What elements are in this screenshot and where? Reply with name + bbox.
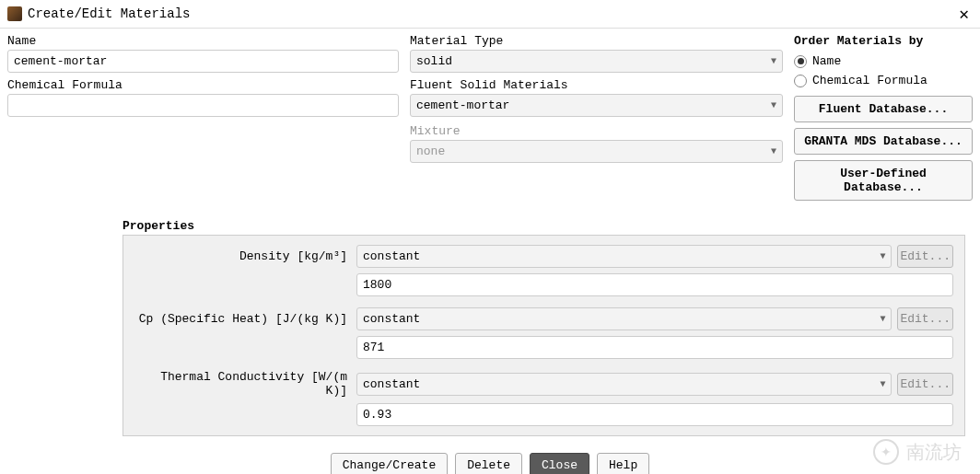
chevron-down-icon: ▼ — [880, 379, 885, 389]
fluent-materials-label: Fluent Solid Materials — [410, 78, 783, 92]
fluent-materials-select[interactable]: cement-mortar ▼ — [410, 94, 783, 117]
radio-order-formula[interactable]: Chemical Formula — [794, 71, 973, 90]
properties-title: Properties — [122, 219, 965, 233]
density-mode-value: constant — [363, 249, 420, 263]
close-icon[interactable]: ✕ — [955, 4, 973, 24]
thermal-conductivity-mode-value: constant — [363, 377, 420, 391]
watermark: ✦ 南流坊 — [873, 439, 962, 465]
density-label: Density [kg/m³] — [134, 249, 351, 263]
window-title: Create/Edit Materials — [28, 6, 190, 21]
change-create-button[interactable]: Change/Create — [331, 453, 448, 474]
user-database-button[interactable]: User-Defined Database... — [794, 160, 973, 201]
material-type-value: solid — [416, 54, 452, 68]
mixture-label: Mixture — [410, 124, 783, 138]
chevron-down-icon: ▼ — [880, 314, 885, 324]
properties-panel: Density [kg/m³] constant ▼ Edit... Cp (S… — [122, 235, 965, 436]
cp-mode-value: constant — [363, 312, 420, 326]
density-value-input[interactable] — [356, 273, 953, 296]
order-materials-label: Order Materials by — [794, 34, 923, 48]
close-button[interactable]: Close — [530, 453, 589, 474]
radio-formula-label: Chemical Formula — [812, 74, 928, 87]
delete-button[interactable]: Delete — [455, 453, 522, 474]
chevron-down-icon: ▼ — [771, 146, 776, 156]
thermal-conductivity-label: Thermal Conductivity [W/(m K)] — [134, 370, 351, 398]
chemical-formula-label: Chemical Formula — [7, 78, 399, 92]
radio-name-label: Name — [812, 54, 841, 68]
material-type-label: Material Type — [410, 34, 783, 48]
fluent-materials-value: cement-mortar — [416, 98, 509, 112]
density-mode-select[interactable]: constant ▼ — [356, 245, 892, 268]
cp-edit-button[interactable]: Edit... — [897, 307, 953, 330]
watermark-text: 南流坊 — [906, 440, 962, 465]
name-input[interactable] — [7, 50, 399, 73]
density-edit-button[interactable]: Edit... — [897, 245, 953, 268]
chevron-down-icon: ▼ — [771, 100, 776, 110]
help-button[interactable]: Help — [597, 453, 649, 474]
radio-order-name[interactable]: Name — [794, 52, 973, 71]
app-icon — [7, 6, 22, 21]
radio-icon — [794, 75, 807, 87]
thermal-conductivity-mode-select[interactable]: constant ▼ — [356, 373, 892, 396]
cp-value-input[interactable] — [356, 336, 953, 359]
cp-label: Cp (Specific Heat) [J/(kg K)] — [134, 312, 351, 326]
cp-mode-select[interactable]: constant ▼ — [356, 307, 892, 330]
thermal-conductivity-value-input[interactable] — [356, 403, 953, 426]
thermal-conductivity-edit-button[interactable]: Edit... — [897, 373, 953, 396]
chevron-down-icon: ▼ — [880, 251, 885, 261]
fluent-database-button[interactable]: Fluent Database... — [794, 96, 973, 122]
name-label: Name — [7, 34, 399, 48]
wechat-icon: ✦ — [873, 439, 899, 465]
material-type-select[interactable]: solid ▼ — [410, 50, 783, 73]
radio-icon — [794, 55, 807, 68]
mixture-value: none — [416, 145, 445, 158]
granta-database-button[interactable]: GRANTA MDS Database... — [794, 128, 973, 155]
chevron-down-icon: ▼ — [771, 56, 776, 66]
chemical-formula-input[interactable] — [7, 94, 399, 117]
mixture-select: none ▼ — [410, 140, 783, 163]
